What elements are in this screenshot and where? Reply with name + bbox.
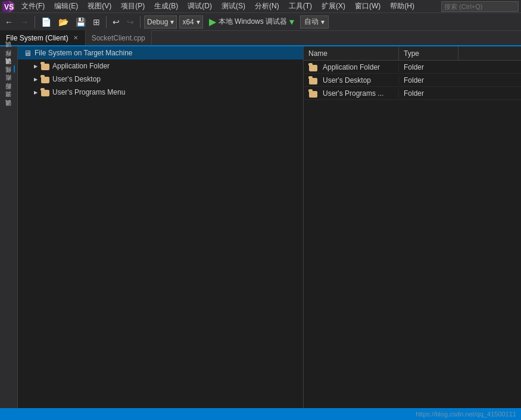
sidebar-item-icons[interactable]: 图标 <box>3 90 15 98</box>
folder-icon-row0 <box>308 63 318 71</box>
left-sidebar: 调试 程序 调试器 属性 断点 图标 资源 调试器 <box>0 46 18 408</box>
tree-root-label: File System on Target Machine <box>35 49 133 57</box>
folder-icon-row2 <box>308 89 318 98</box>
menu-extend[interactable]: 扩展(X) <box>317 0 350 13</box>
tab-filesystem[interactable]: File System (Client) ✕ <box>0 30 86 45</box>
back-button[interactable]: ← <box>2 16 15 28</box>
details-name-1: User's Desktop <box>304 76 399 84</box>
menu-build[interactable]: 生成(B) <box>149 0 183 13</box>
toolbar-sep2 <box>106 16 107 28</box>
redo-button[interactable]: ↪ <box>124 16 136 28</box>
tree-pane: 🖥 File System on Target Machine ▶ Applic… <box>18 46 304 408</box>
folder-icon-row1 <box>308 76 318 84</box>
vs-logo: VS <box>2 1 14 12</box>
menu-view[interactable]: 视图(V) <box>83 0 116 13</box>
tab-filesystem-close[interactable]: ✕ <box>72 34 79 42</box>
tree-item-programs-label: User's Programs Menu <box>52 88 125 96</box>
menu-debug[interactable]: 调试(D) <box>183 0 217 13</box>
sidebar-item-debugger[interactable]: 调试器 <box>3 65 15 73</box>
forward-button[interactable]: → <box>18 16 31 28</box>
menu-tools[interactable]: 工具(T) <box>284 0 317 13</box>
folder-icon-appfolder <box>40 62 50 70</box>
arrow-icon-appfolder: ▶ <box>32 62 39 70</box>
menu-help[interactable]: 帮助(H) <box>385 0 419 13</box>
run-button[interactable]: ▶ 本地 Windows 调试器 ▾ <box>205 16 298 27</box>
menu-analyze[interactable]: 分析(N) <box>250 0 284 13</box>
tree-item-programs[interactable]: ▶ User's Programs Menu <box>18 86 303 99</box>
menu-project[interactable]: 项目(P) <box>116 0 149 13</box>
platform-dropdown[interactable]: x64 ▾ <box>179 15 202 29</box>
sidebar-item-debug1[interactable]: 调试 <box>3 49 15 56</box>
tab-bar: File System (Client) ✕ SocketClient.cpp <box>0 31 521 46</box>
play-icon: ▶ <box>209 16 216 27</box>
config-dropdown[interactable]: Debug ▾ <box>144 15 177 29</box>
details-header: Name Type <box>304 46 521 61</box>
content-area: 🖥 File System on Target Machine ▶ Applic… <box>18 46 521 408</box>
new-file-button[interactable]: 📄 <box>39 16 54 28</box>
details-type-2: Folder <box>399 89 458 98</box>
tree-root[interactable]: 🖥 File System on Target Machine <box>18 46 303 59</box>
tab-socketclient[interactable]: SocketClient.cpp <box>86 30 152 45</box>
main-area: 调试 程序 调试器 属性 断点 图标 资源 调试器 🖥 File System … <box>0 46 521 408</box>
svg-text:VS: VS <box>4 3 14 11</box>
sidebar-item-breakpoints[interactable]: 断点 <box>3 82 15 89</box>
arrow-icon-desktop: ▶ <box>32 76 39 83</box>
sidebar-item-resources[interactable]: 资源 <box>3 99 15 106</box>
col-header-name: Name <box>304 46 399 60</box>
toolbar-sep3 <box>140 16 141 28</box>
sidebar-item-properties[interactable]: 属性 <box>3 74 15 81</box>
menu-window[interactable]: 窗口(W) <box>350 0 385 13</box>
undo-button[interactable]: ↩ <box>110 16 122 28</box>
sidebar-item-debugger2[interactable]: 调试器 <box>3 107 15 114</box>
details-row-2[interactable]: User's Programs ... Folder <box>304 87 521 100</box>
toolbar-sep1 <box>35 16 35 28</box>
details-type-1: Folder <box>399 76 458 84</box>
details-row-0[interactable]: Application Folder Folder <box>304 61 521 74</box>
tree-item-desktop[interactable]: ▶ User's Desktop <box>18 73 303 86</box>
details-pane: Name Type Application Folder Folder User… <box>304 46 521 408</box>
tab-socketclient-label: SocketClient.cpp <box>92 34 145 42</box>
arrow-icon-programs: ▶ <box>32 89 39 96</box>
save-button[interactable]: 💾 <box>73 16 88 28</box>
run-dropdown-icon: ▾ <box>289 16 294 27</box>
watermark: https://blog.csdn.net/qq_41500111 <box>416 410 516 418</box>
open-button[interactable]: 📂 <box>56 16 71 28</box>
toolbar: ← → 📄 📂 💾 ⊞ ↩ ↪ Debug ▾ x64 ▾ ▶ 本地 Windo… <box>0 13 521 31</box>
folder-icon-programs <box>40 88 50 96</box>
computer-icon: 🖥 <box>23 49 32 57</box>
menu-file[interactable]: 文件(F) <box>17 0 49 13</box>
save-all-button[interactable]: ⊞ <box>91 16 102 28</box>
details-name-2: User's Programs ... <box>304 89 399 98</box>
menu-bar: VS 文件(F) 编辑(E) 视图(V) 项目(P) 生成(B) 调试(D) 测… <box>0 0 521 13</box>
search-input[interactable] <box>441 1 519 12</box>
folder-icon-desktop <box>40 75 50 83</box>
details-name-0: Application Folder <box>304 63 399 71</box>
details-type-0: Folder <box>399 63 458 71</box>
sidebar-item-programs[interactable]: 程序 <box>3 57 15 64</box>
tab-filesystem-label: File System (Client) <box>6 34 68 42</box>
menu-edit[interactable]: 编辑(E) <box>49 0 83 13</box>
details-row-1[interactable]: User's Desktop Folder <box>304 74 521 87</box>
tree-item-desktop-label: User's Desktop <box>52 75 101 83</box>
menu-test[interactable]: 测试(S) <box>217 0 250 13</box>
status-bar: https://blog.csdn.net/qq_41500111 <box>0 408 521 420</box>
tree-item-appfolder[interactable]: ▶ Application Folder <box>18 59 303 73</box>
auto-dropdown-icon: ▾ <box>321 18 325 26</box>
col-header-type: Type <box>399 46 458 60</box>
tree-item-appfolder-label: Application Folder <box>52 62 110 70</box>
auto-dropdown[interactable]: 自动 ▾ <box>300 15 329 29</box>
